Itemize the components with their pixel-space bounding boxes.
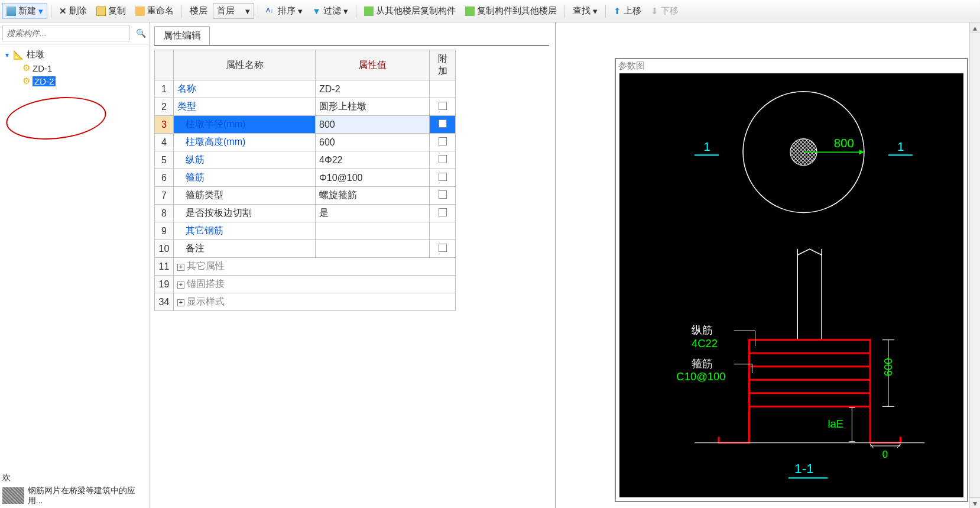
table-row[interactable]: 4柱墩高度(mm)600 — [155, 134, 456, 151]
table-group-row[interactable]: 19+锚固搭接 — [155, 276, 456, 293]
tree-item[interactable]: ⚙ ZD-1 — [4, 62, 149, 75]
attach-cell[interactable] — [430, 134, 456, 151]
prop-value[interactable] — [316, 222, 430, 240]
checkbox-icon[interactable] — [439, 208, 447, 216]
table-row[interactable]: 5纵筋4Φ22 — [155, 151, 456, 169]
prop-value[interactable]: Φ10@100 — [316, 169, 430, 187]
attach-cell[interactable] — [430, 80, 456, 98]
prop-value[interactable]: 圆形上柱墩 — [316, 98, 430, 116]
table-row[interactable]: 8是否按板边切割是 — [155, 205, 456, 222]
prop-value[interactable]: 是 — [316, 205, 430, 222]
expand-icon[interactable]: + — [177, 299, 184, 306]
copy-to-other-floor-button[interactable]: 复制构件到其他楼层 — [461, 3, 561, 19]
checkbox-icon[interactable] — [439, 173, 447, 181]
attach-cell[interactable] — [430, 187, 456, 205]
prop-value[interactable]: 600 — [316, 134, 430, 151]
checkbox-icon[interactable] — [439, 190, 447, 199]
vertical-scrollbar[interactable]: ▴ ▾ — [969, 22, 980, 508]
prop-name[interactable]: 备注 — [174, 240, 316, 258]
checkbox-icon[interactable] — [439, 102, 447, 110]
svg-text:0: 0 — [882, 449, 888, 460]
attach-cell[interactable] — [430, 151, 456, 169]
table-row[interactable]: 2类型圆形上柱墩 — [155, 98, 456, 116]
table-row[interactable]: 6箍筋Φ10@100 — [155, 169, 456, 187]
row-number: 3 — [155, 116, 174, 134]
rename-button[interactable]: 重命名 — [131, 3, 178, 19]
attach-cell[interactable] — [430, 205, 456, 222]
prop-name[interactable]: 是否按板边切割 — [174, 205, 316, 222]
delete-button[interactable]: ✕ 删除 — [55, 3, 91, 19]
find-button[interactable]: 查找 ▾ — [569, 3, 602, 19]
checkbox-icon[interactable] — [439, 119, 447, 128]
new-button[interactable]: 新建 ▾ — [2, 3, 47, 19]
prop-value[interactable] — [316, 240, 430, 258]
copy-button[interactable]: 复制 — [92, 3, 130, 19]
main-toolbar: 新建 ▾ ✕ 删除 复制 重命名 楼层 首层 ▾ A↓ 排序 ▾ ▼ 过滤 ▾ … — [0, 0, 980, 22]
left-footer: 欢 钢筋网片在桥梁等建筑中的应用... — [2, 473, 147, 506]
prop-name[interactable]: 箍筋 — [174, 169, 316, 187]
search-input[interactable] — [2, 25, 130, 41]
group-label[interactable]: +其它属性 — [174, 258, 456, 276]
scroll-up-icon[interactable]: ▴ — [970, 22, 980, 33]
attach-cell[interactable] — [430, 240, 456, 258]
tree-root[interactable]: ▾ 📐 柱墩 — [4, 48, 149, 62]
row-number: 5 — [155, 151, 174, 169]
header-name: 属性名称 — [174, 50, 316, 80]
header-blank — [155, 50, 174, 80]
prop-name[interactable]: 柱墩半径(mm) — [174, 116, 316, 134]
floor-dropdown[interactable]: 首层 ▾ — [213, 3, 254, 19]
table-row[interactable]: 7箍筋类型螺旋箍筋 — [155, 187, 456, 205]
prop-name[interactable]: 名称 — [174, 80, 316, 98]
gear-icon: ⚙ — [22, 63, 30, 73]
row-number: 19 — [155, 276, 174, 293]
gear-icon: ⚙ — [22, 76, 30, 86]
table-group-row[interactable]: 11+其它属性 — [155, 258, 456, 276]
move-up-button[interactable]: ⬆ 上移 — [609, 3, 645, 19]
attach-cell[interactable] — [430, 116, 456, 134]
tree-item-label: ZD-2 — [33, 76, 56, 86]
checkbox-icon[interactable] — [439, 244, 447, 252]
table-group-row[interactable]: 34+显示样式 — [155, 293, 456, 311]
checkbox-icon[interactable] — [439, 155, 447, 163]
table-row[interactable]: 10备注 — [155, 240, 456, 258]
expand-icon[interactable]: + — [177, 264, 184, 271]
prop-value[interactable]: 4Φ22 — [316, 151, 430, 169]
group-label[interactable]: +显示样式 — [174, 293, 456, 311]
tab-property-edit[interactable]: 属性编辑 — [154, 26, 210, 45]
prop-name[interactable]: 纵筋 — [174, 151, 316, 169]
table-row[interactable]: 1名称ZD-2 — [155, 80, 456, 98]
floor-value: 首层 — [217, 5, 235, 17]
prop-name[interactable]: 柱墩高度(mm) — [174, 134, 316, 151]
table-row[interactable]: 3柱墩半径(mm)800 — [155, 116, 456, 134]
scroll-down-icon[interactable]: ▾ — [970, 497, 980, 508]
news-item[interactable]: 钢筋网片在桥梁等建筑中的应用... — [2, 486, 147, 506]
row-number: 7 — [155, 187, 174, 205]
collapse-icon[interactable]: ▾ — [4, 51, 11, 59]
arrow-up-icon: ⬆ — [614, 6, 621, 17]
attach-cell[interactable] — [430, 98, 456, 116]
sort-button[interactable]: A↓ 排序 ▾ — [262, 3, 307, 19]
svg-text:4C22: 4C22 — [692, 337, 718, 350]
attach-cell[interactable] — [430, 169, 456, 187]
delete-icon: ✕ — [59, 6, 67, 17]
prop-name[interactable]: 类型 — [174, 98, 316, 116]
prop-name[interactable]: 其它钢筋 — [174, 222, 316, 240]
export-icon — [465, 7, 475, 16]
table-row[interactable]: 9其它钢筋 — [155, 222, 456, 240]
prop-name[interactable]: 箍筋类型 — [174, 187, 316, 205]
prop-value[interactable]: 螺旋箍筋 — [316, 187, 430, 205]
diagram-title: 参数图 — [618, 60, 645, 72]
row-number: 34 — [155, 293, 174, 311]
expand-icon[interactable]: + — [177, 281, 184, 289]
prop-value[interactable]: ZD-2 — [316, 80, 430, 98]
tree-item[interactable]: ⚙ ZD-2 — [4, 75, 149, 88]
prop-value[interactable]: 800 — [316, 116, 430, 134]
copy-from-other-floor-button[interactable]: 从其他楼层复制构件 — [360, 3, 460, 19]
group-label[interactable]: +锚固搭接 — [174, 276, 456, 293]
attach-cell[interactable] — [430, 222, 456, 240]
rename-icon — [135, 7, 145, 16]
filter-button[interactable]: ▼ 过滤 ▾ — [308, 3, 352, 19]
move-down-button[interactable]: ⬇ 下移 — [647, 3, 683, 19]
checkbox-icon[interactable] — [439, 137, 447, 145]
search-button[interactable]: 🔍 — [132, 22, 149, 44]
